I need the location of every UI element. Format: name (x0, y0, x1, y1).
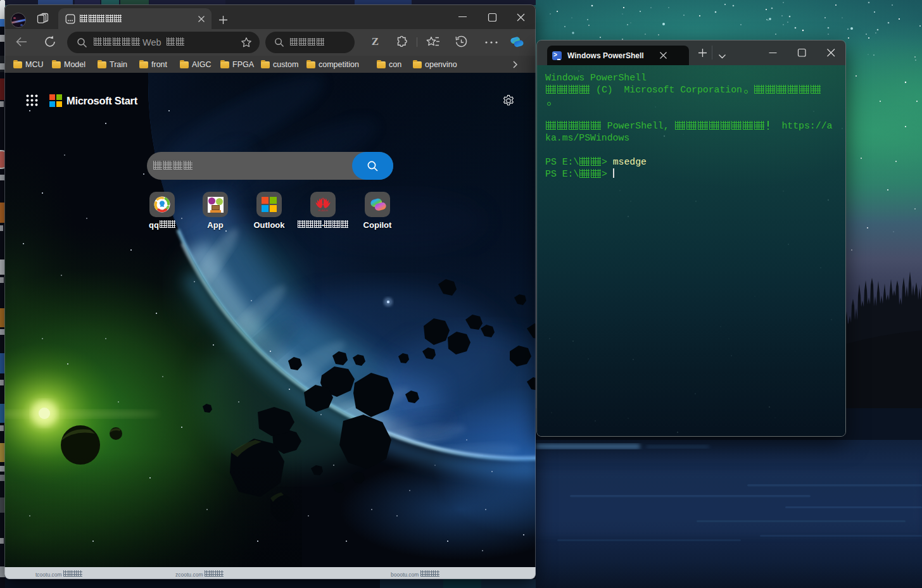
svg-text:HUAWEI: HUAWEI (318, 209, 328, 212)
